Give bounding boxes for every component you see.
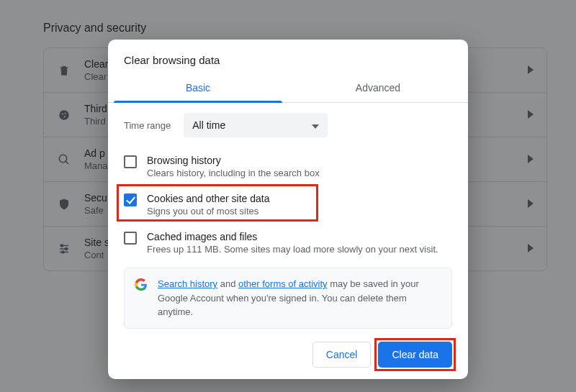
option-title: Cached images and files xyxy=(147,231,438,242)
option-cookies[interactable]: Cookies and other site data Signs you ou… xyxy=(124,187,452,225)
option-title: Cookies and other site data xyxy=(147,193,269,204)
clear-data-button[interactable]: Clear data xyxy=(378,342,452,368)
checkbox-cached[interactable] xyxy=(124,232,137,245)
dialog-tabs: Basic Advanced xyxy=(108,75,468,103)
clear-browsing-data-dialog: Clear browsing data Basic Advanced Time … xyxy=(108,40,468,379)
option-title: Browsing history xyxy=(147,155,320,166)
link-other-activity[interactable]: other forms of activity xyxy=(238,278,328,289)
info-text: Search history and other forms of activi… xyxy=(158,277,441,319)
time-range-value: All time xyxy=(192,119,225,131)
link-search-history[interactable]: Search history xyxy=(158,278,217,289)
tab-advanced[interactable]: Advanced xyxy=(288,75,468,102)
caret-down-icon xyxy=(312,119,319,131)
checkbox-cookies[interactable] xyxy=(124,193,137,206)
option-sub: Frees up 111 MB. Some sites may load mor… xyxy=(147,244,438,255)
cancel-button[interactable]: Cancel xyxy=(312,342,372,368)
time-range-label: Time range xyxy=(124,120,171,131)
tab-basic[interactable]: Basic xyxy=(108,75,288,102)
option-browsing-history[interactable]: Browsing history Clears history, includi… xyxy=(124,149,452,187)
checkbox-browsing-history[interactable] xyxy=(124,155,137,168)
modal-overlay: Clear browsing data Basic Advanced Time … xyxy=(0,0,576,392)
google-g-icon xyxy=(135,278,148,291)
dialog-title: Clear browsing data xyxy=(108,40,468,75)
time-range-dropdown[interactable]: All time xyxy=(184,113,328,137)
info-box: Search history and other forms of activi… xyxy=(124,268,452,329)
option-sub: Clears history, including in the search … xyxy=(147,168,320,178)
option-sub: Signs you out of most sites xyxy=(147,206,269,216)
option-cached[interactable]: Cached images and files Frees up 111 MB.… xyxy=(124,225,452,263)
